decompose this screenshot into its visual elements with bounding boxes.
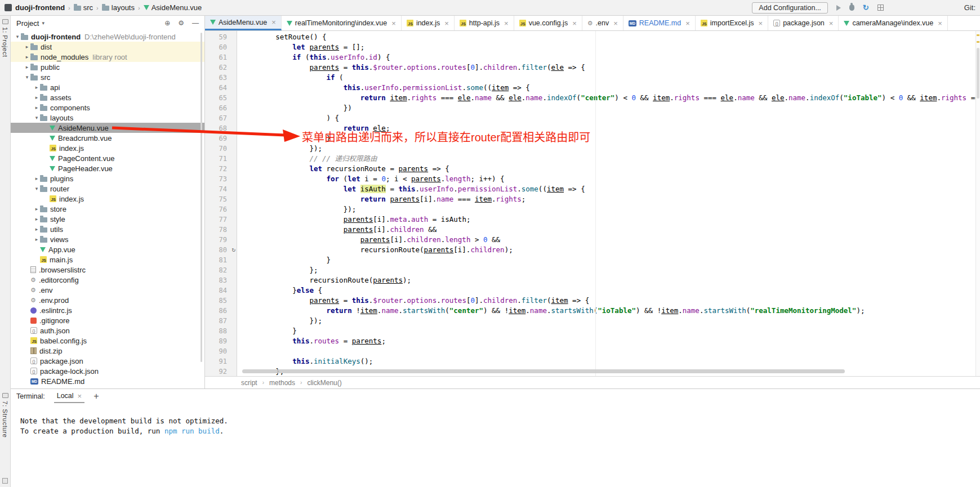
terminal-output[interactable]: Note that the development build is not o…	[11, 404, 980, 487]
tree-item-babel-config-js[interactable]: JSbabel.config.js	[11, 336, 204, 346]
tree-item-env[interactable]: ⚙.env	[11, 285, 204, 295]
close-icon[interactable]: ×	[613, 19, 618, 28]
tree-item-auth-json[interactable]: {}auth.json	[11, 325, 204, 336]
vertical-scrollbar[interactable]	[977, 48, 979, 99]
terminal-tab-local[interactable]: Local ×	[54, 390, 84, 403]
run-icon[interactable]	[836, 5, 841, 11]
tree-item-main-js[interactable]: JSmain.js	[11, 254, 204, 265]
tab-vue-config-js[interactable]: JSvue.config.js×	[514, 16, 582, 30]
tree-item-views[interactable]: ▸views	[11, 234, 204, 244]
close-icon[interactable]: ×	[504, 19, 509, 28]
tab-readme-md[interactable]: MDREADME.md×	[623, 16, 696, 30]
close-icon[interactable]: ×	[572, 19, 577, 28]
tab-package-json[interactable]: {}package.json×	[768, 16, 839, 30]
close-icon[interactable]: ×	[685, 19, 690, 28]
tree-item-readme-md[interactable]: MDREADME.md	[11, 376, 204, 386]
project-tree-scrollbar[interactable]	[201, 33, 202, 362]
expand-arrow-icon[interactable]: ▸	[33, 236, 40, 242]
expand-arrow-icon[interactable]: ▸	[33, 176, 40, 181]
breadcrumb-item-asidemenu-vue[interactable]: AsideMenu.vue	[144, 3, 202, 12]
expand-arrow-icon[interactable]: ▸	[33, 206, 40, 212]
expand-arrow-icon[interactable]: ▾	[33, 115, 40, 120]
tree-item-pageheader-vue[interactable]: PageHeader.vue	[11, 163, 204, 173]
tree-item-pagecontent-vue[interactable]: PageContent.vue	[11, 153, 204, 163]
tree-item-package-json[interactable]: {}package.json	[11, 356, 204, 366]
locate-icon[interactable]: ⊕	[164, 20, 170, 26]
tree-item-public[interactable]: ▸public	[11, 62, 204, 72]
close-icon[interactable]: ×	[271, 18, 276, 26]
tree-item-store[interactable]: ▸store	[11, 204, 204, 214]
hide-icon[interactable]: ―	[192, 20, 199, 26]
close-icon[interactable]: ×	[759, 19, 763, 28]
close-icon[interactable]: ×	[78, 392, 82, 400]
debug-icon[interactable]	[849, 5, 854, 11]
breadcrumb-item-src[interactable]: src	[74, 3, 93, 12]
close-icon[interactable]: ×	[829, 19, 834, 28]
breadcrumb-item-script[interactable]: script	[241, 379, 257, 387]
horizontal-scrollbar[interactable]	[242, 369, 845, 373]
expand-arrow-icon[interactable]: ▸	[33, 226, 40, 232]
expand-arrow-icon[interactable]: ▸	[33, 95, 40, 100]
close-icon[interactable]: ×	[444, 19, 449, 28]
close-icon[interactable]: ×	[391, 19, 396, 28]
expand-arrow-icon[interactable]: ▸	[24, 64, 30, 70]
stripe-bottom-icon[interactable]	[2, 478, 8, 484]
expand-arrow-icon[interactable]: ▸	[33, 105, 40, 110]
expand-arrow-icon[interactable]: ▸	[33, 84, 40, 90]
tab-realtimemonitoring-index-vue[interactable]: realTimeMonitoring\index.vue×	[282, 16, 402, 30]
grid-icon[interactable]	[877, 5, 884, 11]
tab-importexcel-js[interactable]: JSimportExcel.js×	[696, 16, 768, 30]
expand-arrow-icon[interactable]: ▸	[24, 54, 30, 60]
expand-arrow-icon[interactable]: ▾	[33, 186, 40, 191]
stripe-structure-button[interactable]: 7: Structure	[2, 393, 8, 437]
expand-arrow-icon[interactable]: ▾	[14, 34, 21, 39]
tree-item-dist-zip[interactable]: dist.zip	[11, 346, 204, 356]
code-area[interactable]: setRoute() { let parents = []; if (this.…	[237, 31, 980, 376]
tree-item-dist[interactable]: ▸dist	[11, 42, 204, 52]
tree-item-api[interactable]: ▸api	[11, 82, 204, 92]
breadcrumb-item-clickmenu[interactable]: clickMenu()	[307, 379, 341, 387]
tree-item-app-vue[interactable]: App.vue	[11, 244, 204, 254]
tree-item-env-prod[interactable]: ⚙.env.prod	[11, 295, 204, 305]
tree-item-index-js[interactable]: JSindex.js	[11, 143, 204, 153]
tree-item-index-js[interactable]: JSindex.js	[11, 194, 204, 204]
git-branch-label[interactable]: Git:	[964, 3, 975, 12]
tree-item-node-modules[interactable]: ▸node_moduleslibrary root	[11, 52, 204, 62]
project-panel-title[interactable]: Project	[16, 19, 39, 28]
update-icon[interactable]: ↻	[863, 4, 869, 11]
tree-item-package-lock-json[interactable]: {}package-lock.json	[11, 366, 204, 376]
tree-item-gitignore[interactable]: .gitignore	[11, 315, 204, 325]
tab-index-js[interactable]: JSindex.js×	[402, 16, 455, 30]
close-icon[interactable]: ×	[938, 19, 942, 28]
tree-item-editorconfig[interactable]: ⚙.editorconfig	[11, 275, 204, 285]
breadcrumb-item-duoji-frontend[interactable]: duoji-frontend	[15, 3, 65, 12]
tree-item-layouts[interactable]: ▾layouts	[11, 113, 204, 123]
tree-item-style[interactable]: ▸style	[11, 214, 204, 224]
chevron-down-icon[interactable]: ▾	[42, 20, 44, 26]
tree-item-src[interactable]: ▾src	[11, 72, 204, 82]
settings-icon[interactable]: ⚙	[178, 20, 184, 26]
breadcrumb-item-methods[interactable]: methods	[269, 379, 295, 387]
expand-arrow-icon[interactable]: ▸	[24, 44, 30, 50]
expand-arrow-icon[interactable]: ▸	[33, 216, 40, 222]
tree-item-router[interactable]: ▾router	[11, 184, 204, 194]
stripe-project-button[interactable]: 1: Project	[2, 19, 8, 57]
tree-item-eslintrc-js[interactable]: .eslintrc.js	[11, 305, 204, 315]
tree-item-components[interactable]: ▸components	[11, 102, 204, 113]
breadcrumb-item-layouts[interactable]: layouts	[102, 3, 135, 12]
recursive-call-icon[interactable]: ↻	[231, 245, 235, 255]
tab-asidemenu-vue[interactable]: AsideMenu.vue×	[205, 16, 282, 30]
tab-env[interactable]: ⚙.env×	[582, 16, 623, 30]
tree-item-utils[interactable]: ▸utils	[11, 224, 204, 234]
tree-item-plugins[interactable]: ▸plugins	[11, 173, 204, 184]
tree-item-duoji-frontend[interactable]: ▾duoji-frontendD:\zheheWeb\duoji-fronten…	[11, 32, 204, 42]
tree-item-assets[interactable]: ▸assets	[11, 92, 204, 102]
tree-item-asidemenu-vue[interactable]: AsideMenu.vue	[11, 123, 204, 133]
tab-cameramanage-index-vue[interactable]: cameraManage\index.vue×	[839, 16, 947, 30]
tree-item-browserslistrc[interactable]: .browserslistrc	[11, 265, 204, 275]
tab-http-api-js[interactable]: JShttp-api.js×	[455, 16, 514, 30]
add-configuration-button[interactable]: Add Configuration...	[752, 2, 828, 14]
new-terminal-button[interactable]: +	[93, 391, 99, 401]
tree-item-breadcrumb-vue[interactable]: Breadcrumb.vue	[11, 133, 204, 143]
expand-arrow-icon[interactable]: ▾	[24, 74, 30, 80]
